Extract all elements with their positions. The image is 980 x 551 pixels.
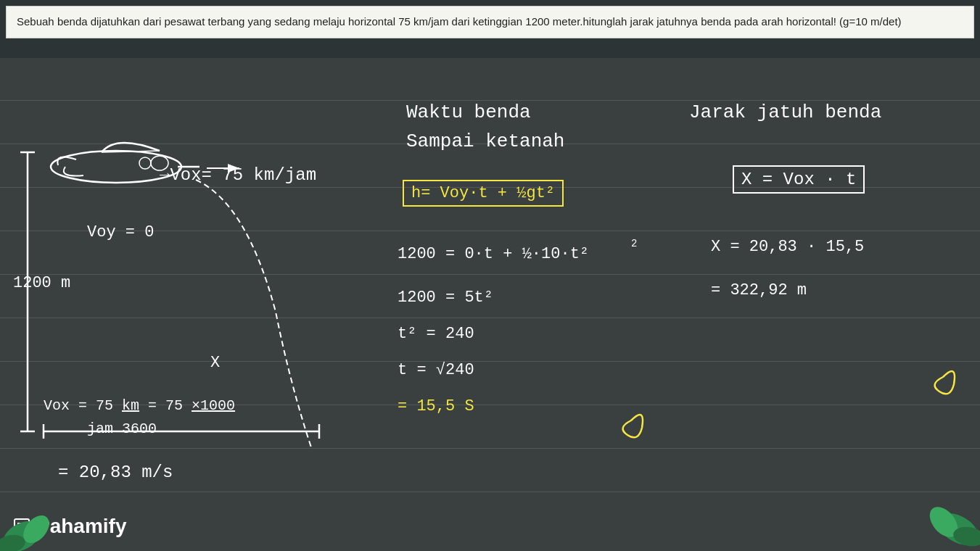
eq2: 1200 = 5t²: [398, 289, 493, 307]
title-jarak: Jarak jatuh benda: [689, 102, 881, 123]
x-label: X: [210, 354, 220, 372]
voy-label: Voy = 0: [87, 223, 154, 241]
vox-result: = 20,83 m/s: [58, 463, 173, 482]
chalk-line-5: [0, 274, 980, 275]
x-calc: X = 20,83 · 15,5: [711, 238, 864, 256]
eq5: = 15,5 S: [398, 397, 474, 415]
leaf-left: [0, 478, 73, 551]
title-waktu2: Sampai ketanah: [406, 130, 564, 152]
chalk-line-9: [0, 448, 980, 449]
formula-x-box: X = Vox · t: [733, 165, 865, 194]
eq1: 1200 = 0·t + ½·10·t²: [398, 245, 589, 263]
chalk-line-6: [0, 318, 980, 318]
x-result: = 322,92 m: [711, 281, 807, 299]
eq4: t = √240: [398, 361, 474, 379]
formula-h: h= Voy·t + ½gt²: [403, 180, 564, 207]
vox-calc2: jam 3600: [87, 420, 157, 437]
chalk-line-10: [0, 492, 980, 492]
chalkboard: Waktu benda Sampai ketanah Jarak jatuh b…: [0, 58, 980, 551]
chalk-line-1: [0, 100, 980, 101]
height-label: 1200 m: [13, 274, 70, 292]
superscript-2-eq1: 2: [631, 238, 637, 249]
chalk-line-7: [0, 361, 980, 362]
question-box: Sebuah benda dijatuhkan dari pesawat ter…: [6, 6, 974, 38]
eq3: t² = 240: [398, 325, 474, 343]
question-text: Sebuah benda dijatuhkan dari pesawat ter…: [17, 15, 902, 28]
title-waktu: Waktu benda: [406, 102, 531, 123]
vox-calc1: Vox = 75 km = 75 ×1000: [44, 397, 235, 414]
vox-label: →Vox= 75 km/jam: [160, 165, 316, 185]
leaf-right: [893, 464, 980, 551]
